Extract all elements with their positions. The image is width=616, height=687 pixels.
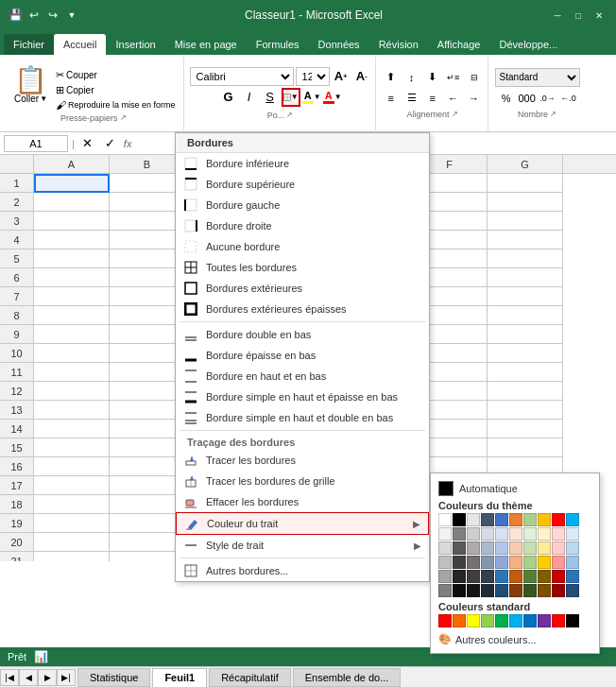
more-colors-btn[interactable]: 🎨 Autres couleurs... xyxy=(438,633,591,645)
cell-10-2[interactable] xyxy=(110,344,185,363)
menu-bordure-superieure[interactable]: Bordure supérieure xyxy=(176,174,429,195)
standard-swatch-2[interactable] xyxy=(467,614,480,627)
theme-swatch-0-9[interactable] xyxy=(566,513,579,526)
sheet-nav-next[interactable]: ▶ xyxy=(38,669,57,686)
theme-swatch-4-8[interactable] xyxy=(552,570,565,583)
theme-swatch-0-2[interactable] xyxy=(467,513,480,526)
theme-swatch-5-2[interactable] xyxy=(467,584,480,597)
theme-swatch-2-7[interactable] xyxy=(538,541,551,555)
cell-4-1[interactable] xyxy=(34,231,110,249)
menu-toutes-bordures[interactable]: Toutes les bordures xyxy=(176,257,429,278)
menu-tracer-bordures[interactable]: Tracer les bordures xyxy=(176,450,429,471)
sheet-tab-ensemble[interactable]: Ensemble de do... xyxy=(293,668,402,687)
menu-bordure-haut-bas[interactable]: Bordure en haut et en bas xyxy=(176,366,429,386)
sheet-nav-prev[interactable]: ◀ xyxy=(19,669,38,686)
standard-swatch-8[interactable] xyxy=(552,614,565,627)
theme-swatch-5-3[interactable] xyxy=(481,584,494,597)
cell-2-1[interactable] xyxy=(34,193,110,212)
theme-swatch-2-6[interactable] xyxy=(523,541,537,555)
decrease-decimal-btn[interactable]: ←.0 xyxy=(559,89,578,108)
cell-9-7[interactable] xyxy=(488,325,563,344)
theme-swatch-0-6[interactable] xyxy=(523,513,537,526)
wrap-text-btn[interactable]: ↵≡ xyxy=(444,68,463,87)
cancel-formula-btn[interactable]: ✕ xyxy=(78,134,97,153)
standard-swatch-1[interactable] xyxy=(453,614,466,627)
theme-swatch-4-7[interactable] xyxy=(538,570,551,583)
theme-swatch-3-3[interactable] xyxy=(481,556,494,569)
align-bottom-btn[interactable]: ⬇ xyxy=(423,68,442,87)
row-header-5[interactable]: 5 xyxy=(0,249,34,268)
cell-12-7[interactable] xyxy=(488,382,563,401)
row-header-20[interactable]: 20 xyxy=(0,533,34,552)
cell-6-7[interactable] xyxy=(488,268,563,287)
theme-swatch-3-8[interactable] xyxy=(552,556,565,569)
tab-formules[interactable]: Formules xyxy=(247,34,309,55)
menu-effacer-bordures[interactable]: Effacer les bordures xyxy=(176,491,429,512)
cell-14-1[interactable] xyxy=(34,420,110,438)
cell-1-2[interactable] xyxy=(110,174,185,193)
menu-bordure-epaisse-bas[interactable]: Bordure épaisse en bas xyxy=(176,345,429,366)
cell-8-2[interactable] xyxy=(110,306,185,325)
row-header-15[interactable]: 15 xyxy=(0,438,34,457)
theme-swatch-3-9[interactable] xyxy=(566,556,579,569)
theme-swatch-0-1[interactable] xyxy=(453,513,466,526)
theme-swatch-5-8[interactable] xyxy=(552,584,565,597)
row-header-2[interactable]: 2 xyxy=(0,193,34,212)
menu-bordure-gauche[interactable]: Bordure gauche xyxy=(176,195,429,215)
row-header-12[interactable]: 12 xyxy=(0,382,34,401)
minimize-btn[interactable]: ─ xyxy=(548,9,567,22)
cell-19-1[interactable] xyxy=(34,514,110,533)
close-btn[interactable]: ✕ xyxy=(590,9,608,22)
cell-3-1[interactable] xyxy=(34,212,110,231)
theme-swatch-1-5[interactable] xyxy=(509,527,522,541)
cell-16-1[interactable] xyxy=(34,457,110,476)
standard-swatch-3[interactable] xyxy=(481,614,494,627)
theme-swatch-1-0[interactable] xyxy=(438,527,452,541)
tab-insertion[interactable]: Insertion xyxy=(106,34,164,55)
standard-swatch-7[interactable] xyxy=(538,614,551,627)
auto-color-swatch[interactable] xyxy=(438,481,453,496)
theme-swatch-3-0[interactable] xyxy=(438,556,452,569)
theme-swatch-2-9[interactable] xyxy=(566,541,579,555)
cell-13-1[interactable] xyxy=(34,401,110,420)
cell-7-7[interactable] xyxy=(488,287,563,306)
menu-bordures-exterieures-epaisses[interactable]: Bordures extérieures épaisses xyxy=(176,299,429,319)
theme-swatch-4-3[interactable] xyxy=(481,570,494,583)
cell-7-1[interactable] xyxy=(34,287,110,306)
theme-swatch-5-1[interactable] xyxy=(453,584,466,597)
cell-18-2[interactable] xyxy=(110,495,185,514)
theme-swatch-2-8[interactable] xyxy=(552,541,565,555)
menu-bordure-inferieure[interactable]: Bordure inférieure xyxy=(176,153,429,174)
indent-decrease-btn[interactable]: ← xyxy=(444,89,463,108)
cell-11-7[interactable] xyxy=(488,363,563,382)
menu-autres-bordures[interactable]: Autres bordures... xyxy=(176,560,429,581)
cell-20-1[interactable] xyxy=(34,533,110,552)
row-header-17[interactable]: 17 xyxy=(0,476,34,495)
row-header-7[interactable]: 7 xyxy=(0,287,34,306)
tab-mise-page[interactable]: Mise en page xyxy=(165,34,247,55)
standard-swatch-0[interactable] xyxy=(438,614,452,627)
menu-bordure-droite[interactable]: Bordure droite xyxy=(176,215,429,236)
theme-swatch-1-4[interactable] xyxy=(495,527,508,541)
theme-swatch-5-4[interactable] xyxy=(495,584,508,597)
name-box[interactable] xyxy=(4,135,68,152)
cell-15-2[interactable] xyxy=(110,438,185,457)
number-format-select[interactable]: Standard xyxy=(495,68,580,87)
cell-10-1[interactable] xyxy=(34,344,110,363)
theme-swatch-5-6[interactable] xyxy=(523,584,537,597)
confirm-formula-btn[interactable]: ✓ xyxy=(101,134,120,153)
theme-swatch-2-2[interactable] xyxy=(467,541,480,555)
theme-swatch-2-4[interactable] xyxy=(495,541,508,555)
row-header-11[interactable]: 11 xyxy=(0,363,34,382)
theme-swatch-3-2[interactable] xyxy=(467,556,480,569)
cell-9-1[interactable] xyxy=(34,325,110,344)
theme-swatch-1-3[interactable] xyxy=(481,527,494,541)
tab-affichage[interactable]: Affichage xyxy=(428,34,490,55)
tab-accueil[interactable]: Accueil xyxy=(54,34,106,55)
standard-swatch-5[interactable] xyxy=(509,614,522,627)
row-header-14[interactable]: 14 xyxy=(0,420,34,438)
theme-swatch-4-1[interactable] xyxy=(453,570,466,583)
standard-swatch-4[interactable] xyxy=(495,614,508,627)
menu-bordures-exterieures[interactable]: Bordures extérieures xyxy=(176,278,429,299)
italic-btn[interactable]: I xyxy=(240,88,259,107)
